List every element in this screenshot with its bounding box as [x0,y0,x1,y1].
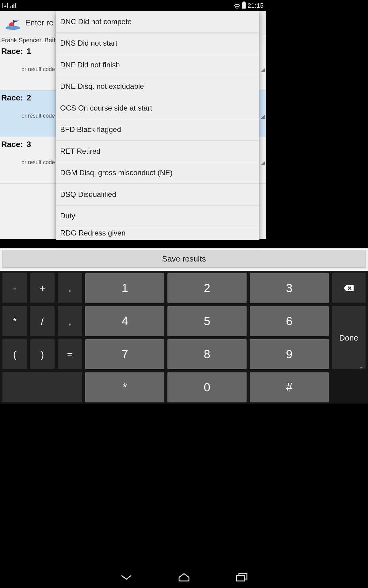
wifi-icon [234,2,240,9]
key-plus[interactable]: + [30,273,55,303]
result-code-option[interactable]: OCS On course side at start [56,97,259,119]
result-code-dropdown[interactable]: DNC Did not competeDNS Did not startDNF … [56,11,259,240]
result-code-option[interactable]: DSQ Disqualified [56,184,259,205]
or-result-code-label: or result code [21,159,55,166]
key-star[interactable]: * [85,372,164,402]
race-label: Race: [1,47,23,56]
key-8[interactable]: 8 [167,339,247,369]
or-result-code-label: or result code [21,113,55,119]
battery-icon [242,2,246,9]
key-4[interactable]: 4 [85,306,164,336]
status-clock: 21:15 [247,2,264,9]
race-label: Race: [1,140,23,149]
key-9[interactable]: 9 [250,339,266,369]
result-code-option[interactable]: Duty [56,205,259,227]
result-code-option[interactable]: RET Retired [56,141,259,162]
image-icon [2,3,8,8]
key-0[interactable]: 0 [167,372,247,402]
key-2[interactable]: 2 [167,273,247,303]
race-number: 3 [27,140,31,149]
key-5[interactable]: 5 [167,306,247,336]
result-code-option[interactable]: DNF Did not finish [56,54,259,76]
key-minus[interactable]: - [2,273,27,303]
result-code-option[interactable]: DNC Did not compete [56,11,259,33]
result-code-option[interactable]: RDG Redress given [56,227,259,239]
or-result-code-label: or result code [21,66,55,73]
key-rparen[interactable]: ) [30,339,55,369]
signal-icon [10,3,16,8]
status-bar: 21:15 [0,0,266,11]
race-number: 1 [27,47,31,56]
key-1[interactable]: 1 [85,273,164,303]
app-title: Enter re [25,18,54,28]
key-equals[interactable]: = [58,339,82,369]
key-lparen[interactable]: ( [2,339,27,369]
key-dot[interactable]: . [58,273,82,303]
key-3[interactable]: 3 [250,273,266,303]
spinner-icon[interactable] [261,161,265,165]
key-space[interactable] [2,372,82,402]
spinner-icon[interactable] [261,68,265,72]
app-icon [4,14,21,32]
key-asterisk[interactable]: * [2,306,27,336]
race-label: Race: [1,93,23,102]
result-code-option[interactable]: DNS Did not start [56,33,259,55]
key-comma[interactable]: , [58,306,82,336]
spinner-icon[interactable] [261,115,265,119]
result-code-option[interactable]: DNE Disq. not excludable [56,76,259,98]
result-code-option[interactable]: DGM Disq. gross misconduct (NE) [56,162,259,184]
key-hash[interactable]: # [250,372,266,402]
save-results-button[interactable]: Save results [2,250,266,268]
race-number: 2 [27,93,31,102]
save-row: Save results [0,248,266,271]
numeric-keypad: - + . 1 2 3 * / , 4 5 6 Done ( ) = 7 8 9… [0,271,266,404]
result-code-option[interactable]: BFD Black flagged [56,119,259,141]
key-6[interactable]: 6 [250,306,266,336]
key-slash[interactable]: / [30,306,55,336]
key-7[interactable]: 7 [85,339,164,369]
